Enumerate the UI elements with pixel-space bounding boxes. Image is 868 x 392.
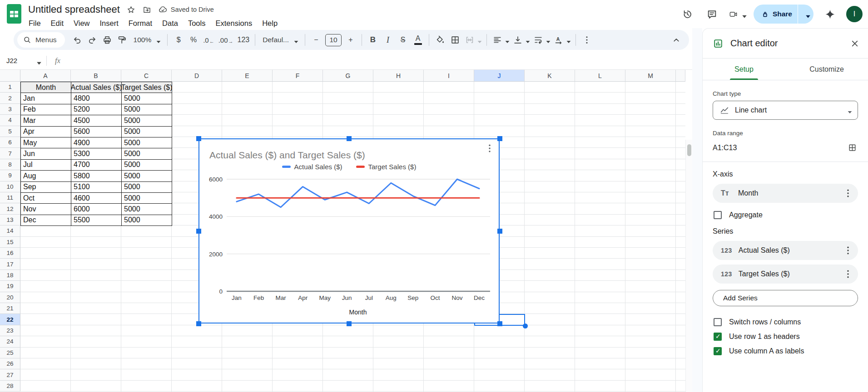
print-button[interactable] (100, 32, 114, 48)
cell-C11[interactable]: 5000 (122, 193, 172, 204)
chart-resize-handle[interactable] (497, 321, 502, 326)
cell-A11[interactable]: Oct (21, 193, 71, 204)
row-header-18[interactable]: 18 (0, 270, 20, 281)
select-all-corner[interactable] (0, 70, 20, 82)
scrollbar-thumb[interactable] (687, 144, 691, 156)
sheets-logo-icon[interactable] (7, 4, 21, 24)
row-header-5[interactable]: 5 (0, 126, 20, 137)
cell-C9[interactable]: 5000 (122, 171, 172, 181)
cell-B7[interactable]: 5300 (71, 148, 122, 159)
cell-A10[interactable]: Sep (21, 182, 71, 193)
cell-A12[interactable]: Nov (21, 204, 71, 215)
column-header-C[interactable]: C (121, 70, 172, 82)
column-header-D[interactable]: D (172, 70, 222, 82)
x-axis-field[interactable]: Tт Month (713, 184, 858, 203)
chart-menu-icon[interactable] (484, 143, 495, 154)
chart-resize-handle[interactable] (497, 136, 502, 141)
format-currency-button[interactable]: $ (171, 32, 186, 48)
cell-B3[interactable]: 5200 (71, 104, 122, 115)
data-range-field[interactable]: A1:C13 (713, 143, 857, 152)
checkbox[interactable] (714, 333, 722, 341)
cell-C6[interactable]: 5000 (122, 137, 172, 148)
chart-type-select[interactable]: Line chart (713, 101, 858, 120)
decrease-font-size-button[interactable]: − (309, 32, 323, 48)
vertical-align-button[interactable] (511, 32, 531, 48)
cell-A7[interactable]: Jun (21, 148, 71, 159)
row-header-26[interactable]: 26 (0, 358, 20, 369)
fill-handle[interactable] (523, 323, 528, 328)
cell-A2[interactable]: Jan (21, 93, 71, 104)
bold-button[interactable]: B (366, 32, 380, 48)
move-folder-icon[interactable] (142, 5, 152, 15)
menu-tools[interactable]: Tools (183, 18, 211, 29)
tab-setup[interactable]: Setup (703, 59, 785, 80)
saved-status[interactable]: Saved to Drive (158, 5, 214, 15)
row-header-20[interactable]: 20 (0, 292, 20, 303)
menu-help[interactable]: Help (257, 18, 283, 29)
chart-resize-handle[interactable] (497, 229, 502, 234)
chart-resize-handle[interactable] (347, 136, 352, 141)
row-header-2[interactable]: 2 (0, 93, 20, 103)
chart-resize-handle[interactable] (196, 321, 201, 326)
row-header-6[interactable]: 6 (0, 137, 20, 148)
comments-icon[interactable] (702, 4, 722, 24)
borders-button[interactable] (448, 32, 462, 48)
row-header-19[interactable]: 19 (0, 281, 20, 292)
cell-A3[interactable]: Feb (21, 104, 71, 115)
row-header-15[interactable]: 15 (0, 237, 20, 248)
menu-file[interactable]: File (24, 18, 46, 29)
decrease-decimals-button[interactable]: .0← (201, 32, 216, 48)
checkbox-use-row-1-as-headers[interactable]: Use row 1 as headers (714, 333, 857, 341)
row-header-14[interactable]: 14 (0, 225, 20, 236)
cell-A1[interactable]: Month (21, 82, 71, 93)
column-header-E[interactable]: E (222, 70, 273, 82)
cell-B10[interactable]: 5100 (71, 182, 122, 193)
cell-B13[interactable]: 5500 (71, 215, 122, 226)
checkbox[interactable] (714, 318, 722, 326)
row-header-11[interactable]: 11 (0, 192, 20, 203)
cell-B11[interactable]: 4600 (71, 193, 122, 204)
zoom-menu[interactable]: 100% (130, 32, 164, 48)
row-header-8[interactable]: 8 (0, 159, 20, 170)
cell-B2[interactable]: 4800 (71, 93, 122, 104)
close-icon[interactable] (850, 39, 860, 49)
cell-C8[interactable]: 5000 (122, 160, 172, 171)
cell-C2[interactable]: 5000 (122, 93, 172, 104)
cell-A9[interactable]: Aug (21, 171, 71, 181)
cell-C4[interactable]: 5000 (122, 115, 172, 126)
more-vert-icon[interactable] (843, 245, 853, 256)
version-history-icon[interactable] (678, 4, 698, 24)
gemini-sparkle-icon[interactable] (820, 4, 840, 24)
select-range-icon[interactable] (848, 143, 857, 152)
avatar[interactable]: I (846, 6, 863, 22)
more-toolbar-button[interactable] (580, 32, 594, 48)
cell-C3[interactable]: 5000 (122, 104, 172, 115)
cell-B5[interactable]: 5600 (71, 127, 122, 137)
cell-A13[interactable]: Dec (21, 215, 71, 226)
menu-view[interactable]: View (69, 18, 94, 29)
menu-data[interactable]: Data (157, 18, 183, 29)
cell-C5[interactable]: 5000 (122, 127, 172, 137)
row-header-28[interactable]: 28 (0, 381, 20, 392)
cell-C13[interactable]: 5000 (122, 215, 172, 226)
more-formats-button[interactable]: 123 (236, 32, 252, 48)
star-icon[interactable] (126, 5, 136, 15)
row-header-16[interactable]: 16 (0, 248, 20, 259)
column-header-J[interactable]: J (474, 70, 525, 82)
spreadsheet-title[interactable]: Untitled spreadsheet (28, 4, 120, 15)
row-header-10[interactable]: 10 (0, 181, 20, 192)
more-vert-icon[interactable] (843, 269, 853, 279)
checkbox-switch-rows-columns[interactable]: Switch rows / columns (714, 318, 857, 326)
redo-button[interactable] (85, 32, 99, 48)
share-dropdown-button[interactable] (798, 5, 813, 24)
chart-resize-handle[interactable] (196, 229, 201, 234)
checkbox[interactable] (714, 211, 722, 219)
row-header-9[interactable]: 9 (0, 170, 20, 181)
row-header-3[interactable]: 3 (0, 104, 20, 115)
vertical-scrollbar[interactable] (685, 140, 692, 392)
row-header-13[interactable]: 13 (0, 215, 20, 225)
cell-B8[interactable]: 4700 (71, 160, 122, 171)
checkbox[interactable] (714, 347, 722, 355)
cell-A6[interactable]: May (21, 137, 71, 148)
row-header-27[interactable]: 27 (0, 369, 20, 380)
